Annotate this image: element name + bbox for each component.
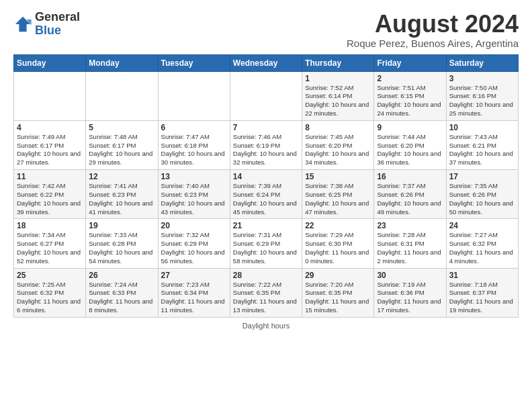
calendar-cell: 14Sunrise: 7:39 AMSunset: 6:24 PMDayligh… xyxy=(230,170,302,219)
day-number: 17 xyxy=(449,172,515,181)
day-number: 2 xyxy=(377,74,443,83)
day-info: Sunrise: 7:43 AMSunset: 6:21 PMDaylight:… xyxy=(449,133,515,167)
calendar-week-1: 1Sunrise: 7:52 AMSunset: 6:14 PMDaylight… xyxy=(14,71,519,120)
day-info: Sunrise: 7:28 AMSunset: 6:31 PMDaylight:… xyxy=(377,231,443,265)
calendar-cell: 12Sunrise: 7:41 AMSunset: 6:23 PMDayligh… xyxy=(86,170,158,219)
footer-text: Daylight hours xyxy=(242,322,290,330)
calendar-cell: 10Sunrise: 7:43 AMSunset: 6:21 PMDayligh… xyxy=(446,120,518,169)
day-number: 16 xyxy=(377,172,443,181)
calendar-cell: 3Sunrise: 7:50 AMSunset: 6:16 PMDaylight… xyxy=(446,71,518,120)
day-number: 31 xyxy=(449,271,515,280)
day-number: 20 xyxy=(161,221,227,230)
calendar-cell: 24Sunrise: 7:27 AMSunset: 6:32 PMDayligh… xyxy=(446,219,518,268)
page: General Blue August 2024 Roque Perez, Bu… xyxy=(0,0,532,336)
calendar-cell: 9Sunrise: 7:44 AMSunset: 6:20 PMDaylight… xyxy=(374,120,446,169)
calendar-week-3: 11Sunrise: 7:42 AMSunset: 6:22 PMDayligh… xyxy=(14,170,519,219)
calendar-cell: 4Sunrise: 7:49 AMSunset: 6:17 PMDaylight… xyxy=(14,120,86,169)
day-info: Sunrise: 7:45 AMSunset: 6:20 PMDaylight:… xyxy=(305,133,371,167)
calendar-cell: 11Sunrise: 7:42 AMSunset: 6:22 PMDayligh… xyxy=(14,170,86,219)
day-number: 27 xyxy=(161,271,227,280)
day-info: Sunrise: 7:44 AMSunset: 6:20 PMDaylight:… xyxy=(377,133,443,167)
calendar-cell: 13Sunrise: 7:40 AMSunset: 6:23 PMDayligh… xyxy=(158,170,230,219)
day-number: 1 xyxy=(305,74,371,83)
logo: General Blue xyxy=(13,11,80,38)
day-info: Sunrise: 7:18 AMSunset: 6:37 PMDaylight:… xyxy=(449,281,515,315)
day-info: Sunrise: 7:33 AMSunset: 6:28 PMDaylight:… xyxy=(89,231,154,265)
calendar-cell: 16Sunrise: 7:37 AMSunset: 6:26 PMDayligh… xyxy=(374,170,446,219)
day-number: 22 xyxy=(305,221,371,230)
day-number: 5 xyxy=(89,123,154,132)
day-info: Sunrise: 7:24 AMSunset: 6:33 PMDaylight:… xyxy=(89,281,154,315)
logo-text: General Blue xyxy=(35,11,80,38)
day-number: 12 xyxy=(89,172,154,181)
calendar-week-2: 4Sunrise: 7:49 AMSunset: 6:17 PMDaylight… xyxy=(14,120,519,169)
location: Roque Perez, Buenos Aires, Argentina xyxy=(347,38,519,49)
calendar-cell: 8Sunrise: 7:45 AMSunset: 6:20 PMDaylight… xyxy=(302,120,374,169)
header-friday: Friday xyxy=(374,54,446,71)
day-info: Sunrise: 7:20 AMSunset: 6:35 PMDaylight:… xyxy=(305,281,371,315)
day-number: 29 xyxy=(305,271,371,280)
header-wednesday: Wednesday xyxy=(230,54,302,71)
calendar-cell: 28Sunrise: 7:22 AMSunset: 6:35 PMDayligh… xyxy=(230,268,302,317)
day-info: Sunrise: 7:23 AMSunset: 6:34 PMDaylight:… xyxy=(161,281,227,315)
day-info: Sunrise: 7:27 AMSunset: 6:32 PMDaylight:… xyxy=(449,231,515,265)
day-number: 28 xyxy=(233,271,299,280)
logo-icon xyxy=(13,15,32,34)
day-info: Sunrise: 7:25 AMSunset: 6:32 PMDaylight:… xyxy=(17,281,83,315)
day-number: 7 xyxy=(233,123,299,132)
header: General Blue August 2024 Roque Perez, Bu… xyxy=(13,11,519,49)
day-number: 10 xyxy=(449,123,515,132)
calendar-cell: 26Sunrise: 7:24 AMSunset: 6:33 PMDayligh… xyxy=(86,268,158,317)
day-number: 30 xyxy=(377,271,443,280)
day-number: 23 xyxy=(377,221,443,230)
day-info: Sunrise: 7:22 AMSunset: 6:35 PMDaylight:… xyxy=(233,281,299,315)
calendar-cell: 23Sunrise: 7:28 AMSunset: 6:31 PMDayligh… xyxy=(374,219,446,268)
calendar-cell xyxy=(14,71,86,120)
day-info: Sunrise: 7:32 AMSunset: 6:29 PMDaylight:… xyxy=(161,231,227,265)
day-number: 8 xyxy=(305,123,371,132)
day-number: 6 xyxy=(161,123,227,132)
day-info: Sunrise: 7:19 AMSunset: 6:36 PMDaylight:… xyxy=(377,281,443,315)
calendar-table: Sunday Monday Tuesday Wednesday Thursday… xyxy=(13,54,519,318)
calendar-cell xyxy=(158,71,230,120)
svg-marker-0 xyxy=(15,17,30,32)
footer: Daylight hours xyxy=(13,322,519,330)
day-number: 9 xyxy=(377,123,443,132)
day-info: Sunrise: 7:40 AMSunset: 6:23 PMDaylight:… xyxy=(161,182,227,216)
logo-general-text: General xyxy=(35,11,80,24)
day-info: Sunrise: 7:42 AMSunset: 6:22 PMDaylight:… xyxy=(17,182,83,216)
day-info: Sunrise: 7:35 AMSunset: 6:26 PMDaylight:… xyxy=(449,182,515,216)
header-row: Sunday Monday Tuesday Wednesday Thursday… xyxy=(14,54,519,71)
day-number: 3 xyxy=(449,74,515,83)
day-info: Sunrise: 7:37 AMSunset: 6:26 PMDaylight:… xyxy=(377,182,443,216)
title-block: August 2024 Roque Perez, Buenos Aires, A… xyxy=(347,11,519,49)
calendar-cell xyxy=(230,71,302,120)
day-info: Sunrise: 7:51 AMSunset: 6:15 PMDaylight:… xyxy=(377,84,443,118)
calendar-cell: 5Sunrise: 7:48 AMSunset: 6:17 PMDaylight… xyxy=(86,120,158,169)
day-number: 26 xyxy=(89,271,154,280)
day-info: Sunrise: 7:39 AMSunset: 6:24 PMDaylight:… xyxy=(233,182,299,216)
logo-blue-text: Blue xyxy=(35,24,80,38)
calendar-cell xyxy=(86,71,158,120)
header-saturday: Saturday xyxy=(446,54,518,71)
calendar-cell: 30Sunrise: 7:19 AMSunset: 6:36 PMDayligh… xyxy=(374,268,446,317)
day-number: 11 xyxy=(17,172,83,181)
header-sunday: Sunday xyxy=(14,54,86,71)
calendar-cell: 7Sunrise: 7:46 AMSunset: 6:19 PMDaylight… xyxy=(230,120,302,169)
calendar-cell: 21Sunrise: 7:31 AMSunset: 6:29 PMDayligh… xyxy=(230,219,302,268)
calendar-cell: 19Sunrise: 7:33 AMSunset: 6:28 PMDayligh… xyxy=(86,219,158,268)
day-info: Sunrise: 7:41 AMSunset: 6:23 PMDaylight:… xyxy=(89,182,154,216)
day-info: Sunrise: 7:31 AMSunset: 6:29 PMDaylight:… xyxy=(233,231,299,265)
calendar-cell: 31Sunrise: 7:18 AMSunset: 6:37 PMDayligh… xyxy=(446,268,518,317)
day-number: 15 xyxy=(305,172,371,181)
day-number: 14 xyxy=(233,172,299,181)
calendar-week-4: 18Sunrise: 7:34 AMSunset: 6:27 PMDayligh… xyxy=(14,219,519,268)
day-info: Sunrise: 7:34 AMSunset: 6:27 PMDaylight:… xyxy=(17,231,83,265)
day-info: Sunrise: 7:47 AMSunset: 6:18 PMDaylight:… xyxy=(161,133,227,167)
day-number: 21 xyxy=(233,221,299,230)
calendar-cell: 20Sunrise: 7:32 AMSunset: 6:29 PMDayligh… xyxy=(158,219,230,268)
month-title: August 2024 xyxy=(347,11,519,38)
calendar-cell: 25Sunrise: 7:25 AMSunset: 6:32 PMDayligh… xyxy=(14,268,86,317)
day-number: 4 xyxy=(17,123,83,132)
calendar-cell: 18Sunrise: 7:34 AMSunset: 6:27 PMDayligh… xyxy=(14,219,86,268)
